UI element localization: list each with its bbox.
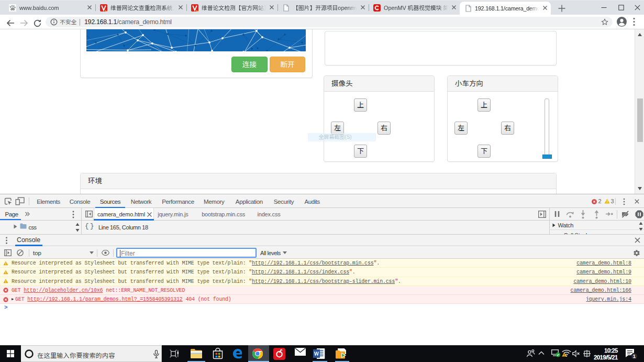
devtools-tab-elements[interactable]: Elements (37, 198, 60, 206)
word-taskbar-button[interactable] (313, 348, 326, 359)
pause-on-exceptions-button[interactable] (635, 210, 643, 218)
window-minimize-button[interactable] (595, 0, 613, 15)
inspect-element-button[interactable] (4, 198, 12, 205)
message-link[interactable]: http://192.168.1.1/param_demos.html?_=15… (27, 297, 182, 302)
clock-time[interactable]: 10:25 (586, 347, 618, 354)
console-tab[interactable]: Console (17, 236, 40, 244)
car-down-button[interactable]: 下 (478, 145, 491, 158)
clear-console-button[interactable] (17, 249, 24, 256)
message-source-link[interactable]: camera_demo.html:9 (576, 268, 631, 277)
devtools-close-button[interactable] (635, 199, 639, 204)
navigator-page-tab[interactable]: Page (5, 211, 18, 217)
console-sidebar-toggle-button[interactable] (4, 249, 12, 256)
device-toolbar-button[interactable] (15, 197, 25, 205)
devtools-tab-sources[interactable]: Sources (100, 198, 120, 206)
log-levels-selector[interactable]: All levels (260, 250, 281, 256)
message-source-link[interactable]: camera_demo.html:8 (576, 259, 631, 268)
mail-taskbar-button[interactable] (295, 348, 306, 356)
pause-script-button[interactable] (554, 211, 560, 217)
message-source-link[interactable]: camera_demo.html:166 (571, 286, 631, 295)
bookmark-star-button[interactable] (601, 18, 608, 26)
navigator-stepper-icons[interactable] (75, 223, 80, 232)
task-view-button[interactable] (164, 345, 184, 362)
page-scrollbar[interactable] (635, 29, 644, 194)
more-tabs-icon[interactable] (25, 210, 30, 217)
devtools-tab-network[interactable]: Network (131, 198, 151, 206)
warning-badge-icon[interactable] (604, 199, 610, 204)
step-out-button[interactable] (594, 210, 599, 219)
file-tab-jquery.min.js[interactable]: jquery.min.js (158, 211, 188, 217)
pretty-print-icon[interactable]: { } (85, 223, 94, 230)
disconnect-button[interactable]: 断开 (270, 57, 305, 72)
clock-date[interactable]: 2019/5/21 (581, 354, 618, 360)
reload-button[interactable] (33, 19, 41, 27)
show-hidden-icons-button[interactable] (538, 351, 545, 355)
speed-slider-track[interactable] (545, 98, 549, 156)
profile-avatar-button[interactable] (617, 17, 627, 27)
speed-slider-handle[interactable] (542, 155, 552, 159)
connect-button[interactable]: 连接 (231, 57, 268, 72)
drawer-menu-icon[interactable] (6, 237, 7, 244)
message-link[interactable]: http://placeholder.cn/10x6 (24, 288, 103, 293)
drawer-close-button[interactable] (634, 237, 641, 244)
camera-up-button[interactable]: 上 (354, 98, 367, 112)
console-prompt-chevron[interactable]: > (4, 304, 8, 311)
devtools-tab-audits[interactable]: Audits (304, 198, 320, 206)
security-tray-icon[interactable] (551, 349, 561, 358)
console-settings-button[interactable] (633, 249, 640, 257)
back-button[interactable] (6, 19, 15, 27)
scrollbar-up-arrow-icon[interactable] (638, 33, 642, 36)
info-icon[interactable] (50, 18, 58, 26)
expand-triangle-icon[interactable]: ▶ (12, 297, 14, 301)
forward-button[interactable] (20, 19, 28, 27)
wifi-warning-tray-icon[interactable] (562, 349, 571, 358)
chrome-taskbar-button[interactable] (252, 348, 263, 359)
hide-navigator-button[interactable] (85, 211, 93, 217)
message-source-link[interactable]: camera_demo.html:10 (573, 277, 631, 286)
window-maximize-button[interactable] (613, 0, 630, 15)
devtools-menu-button[interactable] (623, 198, 625, 205)
photo-viewer-taskbar-button[interactable] (335, 348, 348, 359)
taskbar-search-box[interactable]: 在这里输入你要搜索的内容 (21, 345, 162, 362)
navigator-menu-button[interactable] (72, 211, 74, 218)
sidebar-stepper-icons[interactable] (639, 222, 643, 231)
watch-section-header[interactable]: Watch (550, 221, 644, 230)
dropdown-arrow-icon[interactable] (283, 251, 287, 254)
volume-muted-tray-icon[interactable] (572, 350, 580, 357)
deactivate-breakpoints-button[interactable] (621, 211, 630, 218)
scrollbar-thumb[interactable] (637, 98, 643, 142)
edge-taskbar-button[interactable] (232, 348, 243, 359)
security-label[interactable]: 不安全 (60, 18, 76, 26)
context-selector[interactable]: top (33, 250, 41, 256)
eye-icon[interactable] (102, 250, 109, 256)
error-badge-icon[interactable] (592, 199, 597, 204)
cortana-icon[interactable] (25, 349, 34, 358)
microsoft-store-taskbar-button[interactable] (212, 348, 224, 359)
file-explorer-taskbar-button[interactable] (190, 348, 203, 359)
devtools-tab-memory[interactable]: Memory (204, 198, 224, 206)
file-tab-close-button[interactable] (147, 212, 152, 217)
step-over-button[interactable] (566, 211, 574, 218)
message-link[interactable]: http://192.168.1.1/css/bootstrap.min.css (252, 260, 373, 266)
people-tray-icon[interactable] (526, 349, 535, 358)
microphone-icon[interactable] (153, 350, 159, 358)
devtools-tab-performance[interactable]: Performance (162, 198, 194, 206)
file-tab-bootstrap.min.css[interactable]: bootstrap.min.css (202, 211, 245, 217)
devtools-tab-security[interactable]: Security (274, 198, 294, 206)
file-tab-index.css[interactable]: index.css (257, 211, 280, 217)
devtools-tab-console[interactable]: Console (70, 198, 90, 206)
filter-input[interactable]: Filter (116, 248, 257, 258)
message-source-link[interactable]: jquery.min.js:4 (586, 295, 631, 304)
devtools-tab-application[interactable]: Application (236, 198, 263, 206)
step-into-button[interactable] (581, 210, 585, 219)
navigator-folder-css[interactable]: css (29, 224, 37, 231)
file-tab-camera_demo.html[interactable]: camera_demo.html (97, 211, 145, 217)
camera-down-button[interactable]: 下 (354, 145, 367, 158)
dropdown-arrow-icon[interactable] (90, 251, 94, 254)
show-debugger-sidebar-button[interactable] (538, 211, 546, 218)
omnibox[interactable]: 不安全 192.168.1.1/camera_demo.html (46, 17, 613, 27)
car-up-button[interactable]: 上 (478, 98, 491, 112)
message-link[interactable]: http://192.168.1.1/css/index.css (252, 269, 349, 275)
car-right-button[interactable]: 右 (501, 122, 514, 135)
message-link[interactable]: http://192.168.1.1/css/bootstrap-slider.… (252, 279, 395, 284)
